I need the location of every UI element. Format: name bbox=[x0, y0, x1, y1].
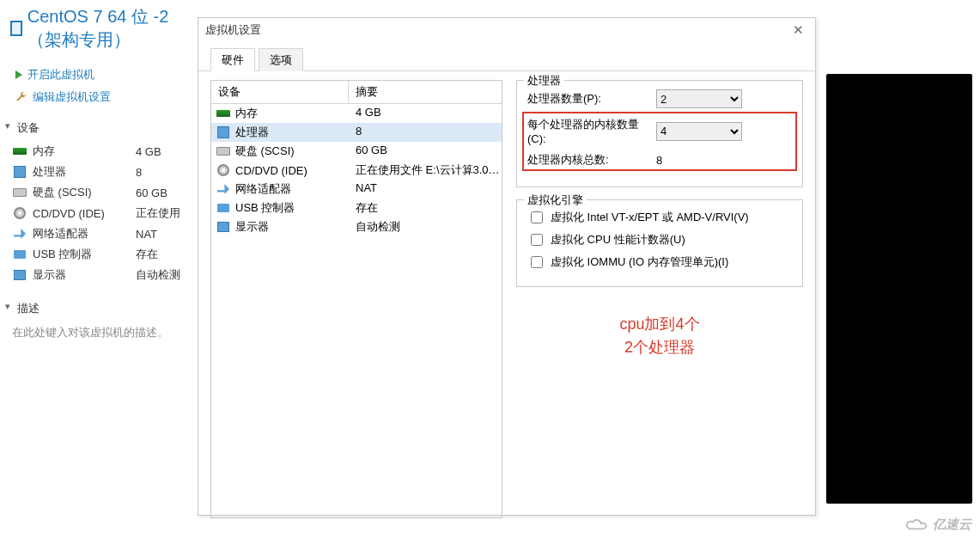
left-device-list: 内存4 GB处理器8硬盘 (SCSI)60 GBCD/DVD (IDE)正在使用… bbox=[0, 139, 198, 285]
wrench-icon bbox=[15, 91, 27, 103]
watermark: 亿速云 bbox=[905, 517, 971, 533]
device-value: 存在 bbox=[136, 247, 158, 262]
vm-title-text: CentOS 7 64 位 -2（架构专用） bbox=[27, 5, 198, 52]
hardware-row[interactable]: 硬盘 (SCSI)60 GB bbox=[211, 142, 502, 161]
usb-icon bbox=[216, 202, 230, 214]
hardware-row[interactable]: 网络适配器NAT bbox=[211, 180, 502, 199]
total-cores-value: 8 bbox=[656, 154, 742, 167]
processor-settings: 处理器 处理器数量(P): 2 每个处理器的内核数量(C): 4 bbox=[516, 80, 803, 518]
device-name: 硬盘 (SCSI) bbox=[33, 185, 136, 200]
hardware-row-summary: 存在 bbox=[349, 200, 502, 216]
hardware-row-name: CD/DVD (IDE) bbox=[235, 164, 307, 177]
power-on-link[interactable]: 开启此虚拟机 bbox=[15, 67, 198, 83]
device-name: 内存 bbox=[33, 144, 136, 159]
checkbox-vt-x[interactable]: 虚拟化 Intel VT-x/EPT 或 AMD-V/RVI(V) bbox=[527, 209, 792, 226]
power-on-label: 开启此虚拟机 bbox=[27, 67, 94, 83]
hardware-row-summary: 自动检测 bbox=[349, 219, 502, 235]
close-icon[interactable]: ✕ bbox=[788, 22, 808, 38]
device-name: CD/DVD (IDE) bbox=[33, 207, 136, 220]
cd-icon bbox=[12, 207, 27, 219]
device-value: 正在使用 bbox=[136, 205, 180, 221]
section-devices[interactable]: 设备 bbox=[0, 117, 198, 139]
play-icon bbox=[15, 70, 22, 79]
processor-count-label: 处理器数量(P): bbox=[527, 91, 656, 107]
annotation-text: cpu加到4个 2个处理器 bbox=[516, 313, 803, 359]
tab-options[interactable]: 选项 bbox=[259, 48, 303, 71]
dsp-icon bbox=[12, 269, 27, 281]
col-device: 设备 bbox=[211, 81, 349, 103]
left-device-row[interactable]: 内存4 GB bbox=[0, 141, 198, 162]
left-device-row[interactable]: 网络适配器NAT bbox=[0, 223, 198, 244]
hardware-row-summary: 正在使用文件 E:\云计算3.0\Lin... bbox=[349, 162, 502, 178]
vm-settings-dialog: 虚拟机设置 ✕ 硬件 选项 设备 摘要 内存4 GB处理器8硬盘 (SCSI)6… bbox=[198, 17, 816, 516]
disk-icon bbox=[12, 186, 27, 199]
device-value: 60 GB bbox=[136, 186, 167, 199]
net-icon bbox=[12, 228, 27, 240]
hardware-row[interactable]: USB 控制器存在 bbox=[211, 199, 502, 217]
hardware-row[interactable]: CD/DVD (IDE)正在使用文件 E:\云计算3.0\Lin... bbox=[211, 161, 502, 180]
vm-title: CentOS 7 64 位 -2（架构专用） bbox=[0, 5, 198, 52]
vm-side-panel: CentOS 7 64 位 -2（架构专用） 开启此虚拟机 编辑虚拟机设置 设备… bbox=[0, 0, 198, 340]
edit-settings-link[interactable]: 编辑虚拟机设置 bbox=[15, 89, 198, 105]
device-value: 8 bbox=[136, 166, 142, 179]
left-device-row[interactable]: USB 控制器存在 bbox=[0, 244, 198, 265]
checkbox-vt-x-input[interactable] bbox=[531, 211, 543, 223]
hardware-row[interactable]: 内存4 GB bbox=[211, 104, 502, 123]
device-name: 显示器 bbox=[33, 267, 136, 283]
disk-icon bbox=[216, 145, 230, 157]
col-summary: 摘要 bbox=[349, 81, 502, 103]
cpu-icon bbox=[216, 126, 230, 138]
hardware-row-summary: 8 bbox=[349, 125, 502, 140]
hardware-table: 设备 摘要 内存4 GB处理器8硬盘 (SCSI)60 GBCD/DVD (ID… bbox=[210, 80, 502, 518]
hardware-row-name: 硬盘 (SCSI) bbox=[235, 144, 295, 159]
tab-hardware[interactable]: 硬件 bbox=[210, 48, 255, 71]
hardware-row[interactable]: 处理器8 bbox=[211, 123, 502, 142]
checkbox-cpu-counters[interactable]: 虚拟化 CPU 性能计数器(U) bbox=[527, 231, 792, 248]
left-device-row[interactable]: CD/DVD (IDE)正在使用 bbox=[0, 203, 198, 223]
checkbox-iommu[interactable]: 虚拟化 IOMMU (IO 内存管理单元)(I) bbox=[527, 254, 792, 271]
left-device-row[interactable]: 硬盘 (SCSI)60 GB bbox=[0, 182, 198, 203]
hardware-row-summary: 60 GB bbox=[349, 144, 502, 159]
processor-fieldset: 处理器 处理器数量(P): 2 每个处理器的内核数量(C): 4 bbox=[516, 80, 803, 187]
hardware-table-header: 设备 摘要 bbox=[211, 81, 502, 104]
hardware-row-name: 显示器 bbox=[235, 219, 269, 235]
device-name: 网络适配器 bbox=[33, 226, 136, 241]
device-value: 4 GB bbox=[136, 145, 161, 158]
hardware-row-name: 内存 bbox=[235, 106, 258, 121]
row-cores-per-processor: 每个处理器的内核数量(C): 4 bbox=[527, 117, 792, 145]
cores-label: 每个处理器的内核数量(C): bbox=[527, 117, 656, 145]
virt-engine-fieldset: 虚拟化引擎 虚拟化 Intel VT-x/EPT 或 AMD-V/RVI(V) … bbox=[516, 199, 803, 287]
net-icon bbox=[216, 183, 230, 195]
edit-settings-label: 编辑虚拟机设置 bbox=[33, 89, 111, 105]
device-name: USB 控制器 bbox=[33, 247, 136, 262]
annotation-highlight: 每个处理器的内核数量(C): 4 处理器内核总数: 8 bbox=[522, 112, 797, 171]
hardware-row-summary: NAT bbox=[349, 181, 502, 197]
processor-count-select[interactable]: 2 bbox=[656, 89, 742, 108]
left-device-row[interactable]: 处理器8 bbox=[0, 162, 198, 182]
cores-select[interactable]: 4 bbox=[656, 122, 742, 141]
description-hint: 在此处键入对该虚拟机的描述。 bbox=[0, 320, 198, 340]
hardware-row-name: USB 控制器 bbox=[235, 200, 295, 216]
dsp-icon bbox=[216, 221, 230, 233]
device-value: NAT bbox=[136, 228, 157, 241]
section-description[interactable]: 描述 bbox=[0, 297, 198, 320]
cpu-icon bbox=[12, 166, 27, 178]
device-name: 处理器 bbox=[33, 164, 136, 180]
mem-icon bbox=[216, 107, 230, 119]
dialog-title: 虚拟机设置 bbox=[205, 22, 261, 38]
processor-legend: 处理器 bbox=[524, 73, 564, 89]
row-total-cores: 处理器内核总数: 8 bbox=[527, 152, 792, 168]
virt-engine-legend: 虚拟化引擎 bbox=[524, 193, 587, 208]
hardware-row-summary: 4 GB bbox=[349, 106, 502, 121]
dialog-tabs: 硬件 选项 bbox=[198, 47, 815, 71]
hardware-row[interactable]: 显示器自动检测 bbox=[211, 217, 502, 236]
vm-preview bbox=[826, 74, 972, 504]
left-device-row[interactable]: 显示器自动检测 bbox=[0, 265, 198, 285]
vm-icon bbox=[10, 21, 22, 36]
checkbox-iommu-input[interactable] bbox=[531, 256, 543, 268]
hardware-row-name: 网络适配器 bbox=[235, 181, 291, 197]
device-value: 自动检测 bbox=[136, 267, 180, 283]
row-processor-count: 处理器数量(P): 2 bbox=[527, 89, 792, 108]
usb-icon bbox=[12, 248, 27, 260]
checkbox-cpu-counters-input[interactable] bbox=[531, 234, 543, 246]
